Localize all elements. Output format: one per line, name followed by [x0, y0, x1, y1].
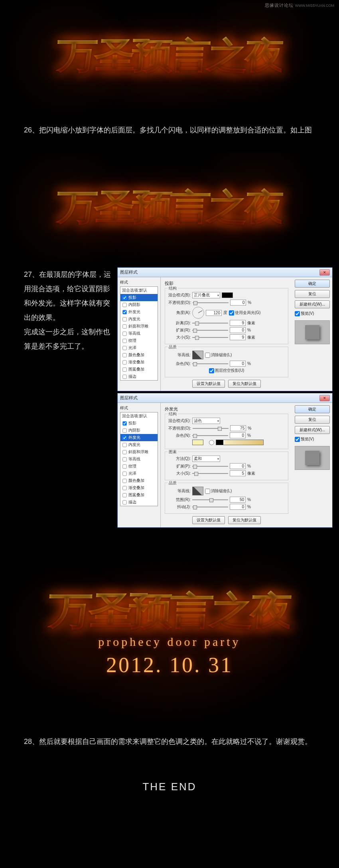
- style-list-item[interactable]: 图案叠加: [120, 366, 158, 373]
- style-list-item[interactable]: 图案叠加: [120, 491, 158, 499]
- blend-mode-select[interactable]: 正片叠底: [192, 292, 220, 298]
- style-list-item[interactable]: 斜面和浮雕: [120, 448, 158, 456]
- reset-default-button[interactable]: 复位为默认值: [228, 516, 261, 524]
- knockout-checkbox[interactable]: 图层挖空投影(U): [209, 368, 244, 373]
- style-list-item[interactable]: 描边: [120, 499, 158, 506]
- new-style-button[interactable]: 新建样式(W)...: [295, 300, 330, 308]
- hero-image-step27: 万圣预言之夜: [0, 152, 339, 263]
- noise-slider[interactable]: [192, 433, 228, 438]
- spread-slider[interactable]: [192, 464, 228, 469]
- style-list-item[interactable]: 光泽: [120, 470, 158, 477]
- hero-image-step26: 万圣预言之夜: [0, 0, 339, 112]
- gradient-picker[interactable]: [216, 440, 264, 445]
- set-default-button[interactable]: 设置为默认值: [192, 516, 225, 524]
- style-list-item[interactable]: 混合选项:默认: [120, 287, 158, 294]
- style-list-item[interactable]: 内阴影: [120, 427, 158, 434]
- antialias-checkbox[interactable]: 消除锯齿(L): [205, 488, 232, 494]
- style-list-item[interactable]: 颜色叠加: [120, 477, 158, 484]
- angle-value[interactable]: 120: [206, 310, 222, 316]
- blend-mode-select[interactable]: 滤色: [192, 418, 220, 424]
- style-list-item[interactable]: 渐变叠加: [120, 359, 158, 366]
- style-list-item[interactable]: 纹理: [120, 463, 158, 470]
- fire-title-text: 万圣预言之夜: [55, 183, 284, 232]
- panel-title: 外发光: [165, 406, 288, 412]
- style-list-item[interactable]: 外发光: [120, 308, 158, 316]
- fire-title-text: 万圣预言之夜: [47, 586, 292, 637]
- opacity-slider[interactable]: [193, 426, 229, 431]
- styles-list[interactable]: 混合选项:默认投影内阴影外发光内发光斜面和浮雕等高线纹理光泽颜色叠加渐变叠加图案…: [120, 412, 158, 506]
- style-list-item[interactable]: 等高线: [120, 456, 158, 463]
- close-icon[interactable]: ✕: [319, 269, 330, 276]
- preview-swatch: [295, 320, 330, 344]
- reset-default-button[interactable]: 复位为默认值: [228, 380, 261, 388]
- style-list-item[interactable]: 纹理: [120, 337, 158, 344]
- caption-step27: 27、在最顶层的字体层，运用混合选项，给它设置阴影和外发光。这样字体就有突出的效…: [24, 267, 112, 528]
- technique-select[interactable]: 柔和: [192, 456, 220, 462]
- style-list-item[interactable]: 内发光: [120, 316, 158, 323]
- angle-dial[interactable]: [192, 307, 204, 319]
- set-default-button[interactable]: 设置为默认值: [192, 380, 225, 388]
- style-list-item[interactable]: 外发光: [120, 434, 158, 441]
- style-list-item[interactable]: 等高线: [120, 330, 158, 337]
- preview-checkbox[interactable]: 预览(V): [295, 436, 330, 442]
- ok-button[interactable]: 确定: [295, 405, 330, 413]
- spread-slider[interactable]: [192, 328, 228, 333]
- style-list-item[interactable]: 描边: [120, 373, 158, 380]
- cancel-button[interactable]: 复位: [295, 290, 330, 298]
- caption-step26: 26、把闪电缩小放到字体的后面层。多找几个闪电，以同样的调整放到合适的位置。如上…: [0, 112, 339, 152]
- ok-button[interactable]: 确定: [295, 280, 330, 288]
- panel-title: 投影: [165, 280, 288, 286]
- style-list-item[interactable]: 光泽: [120, 344, 158, 351]
- global-light-checkbox[interactable]: 使用全局光(G): [229, 310, 260, 316]
- close-icon[interactable]: ✕: [319, 395, 330, 401]
- caption-step28: 28、然后就要根据自己画面的需求来调整它的色调之类的。在此就略过不说了。谢谢观赏…: [0, 723, 339, 763]
- size-slider[interactable]: [192, 335, 228, 340]
- range-slider[interactable]: [192, 497, 228, 502]
- style-list-item[interactable]: 投影: [120, 420, 158, 427]
- fire-title-text: 万圣预言之夜: [55, 32, 284, 80]
- contour-picker[interactable]: [192, 351, 203, 359]
- color-swatch[interactable]: [222, 292, 233, 298]
- style-list-item[interactable]: 内阴影: [120, 301, 158, 308]
- style-list-item[interactable]: 内发光: [120, 441, 158, 448]
- style-list-item[interactable]: 投影: [120, 294, 158, 301]
- distance-slider[interactable]: [192, 321, 228, 326]
- style-list-item[interactable]: 混合选项:默认: [120, 412, 158, 420]
- noise-slider[interactable]: [192, 361, 228, 366]
- size-slider[interactable]: [192, 471, 228, 476]
- glow-gradient-radio[interactable]: [209, 440, 214, 445]
- new-style-button[interactable]: 新建样式(W)...: [295, 426, 330, 434]
- dialog-titlebar: 图层样式 ✕: [118, 268, 332, 277]
- styles-list-panel: 样式 混合选项:默认投影内阴影外发光内发光斜面和浮雕等高线纹理光泽颜色叠加渐变叠…: [118, 277, 161, 391]
- style-list-item[interactable]: 斜面和浮雕: [120, 323, 158, 330]
- layer-style-dialog-shadow: 图层样式 ✕ 样式 混合选项:默认投影内阴影外发光内发光斜面和浮雕等高线纹理光泽…: [117, 267, 333, 391]
- preview-swatch: [295, 446, 330, 470]
- preview-checkbox[interactable]: 预览(V): [295, 311, 330, 316]
- style-list-item[interactable]: 渐变叠加: [120, 484, 158, 491]
- hero-image-final: 万圣预言之夜 prophecy door party 2012. 10. 31: [0, 540, 339, 723]
- cancel-button[interactable]: 复位: [295, 416, 330, 424]
- glow-color-swatch[interactable]: [192, 440, 203, 445]
- the-end: THE END: [0, 781, 339, 793]
- dialog-titlebar: 图层样式 ✕: [118, 393, 332, 403]
- style-list-item[interactable]: 颜色叠加: [120, 351, 158, 359]
- opacity-value[interactable]: 0: [230, 300, 246, 306]
- layer-style-dialog-glow: 图层样式 ✕ 样式 混合选项:默认投影内阴影外发光内发光斜面和浮雕等高线纹理光泽…: [117, 393, 333, 528]
- styles-list[interactable]: 混合选项:默认投影内阴影外发光内发光斜面和浮雕等高线纹理光泽颜色叠加渐变叠加图案…: [120, 286, 158, 381]
- styles-list-panel: 样式 混合选项:默认投影内阴影外发光内发光斜面和浮雕等高线纹理光泽颜色叠加渐变叠…: [118, 403, 161, 527]
- contour-picker[interactable]: [192, 487, 203, 495]
- jitter-slider[interactable]: [192, 505, 228, 509]
- antialias-checkbox[interactable]: 消除锯齿(L): [205, 352, 232, 358]
- opacity-slider[interactable]: [193, 300, 229, 305]
